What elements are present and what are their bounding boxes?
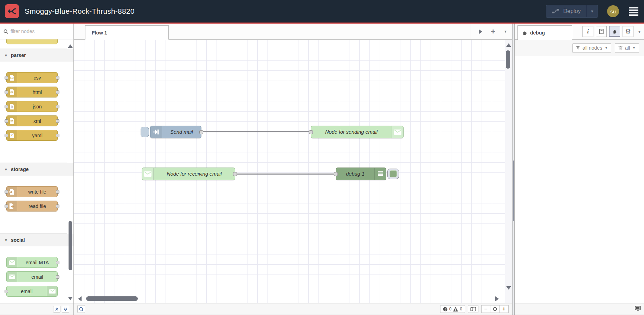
scroll-up-arrow[interactable] bbox=[506, 43, 511, 47]
open-debug-window-button[interactable] bbox=[635, 306, 641, 313]
node-input-port[interactable] bbox=[334, 172, 338, 176]
tab-flow-1[interactable]: Flow 1 bbox=[85, 25, 169, 40]
node-input-port[interactable] bbox=[5, 90, 8, 94]
scrollbar-thumb[interactable] bbox=[506, 50, 510, 69]
tab-scroll-right-icon[interactable] bbox=[479, 29, 482, 34]
wire-email-to-debug[interactable] bbox=[235, 174, 336, 175]
scroll-right-arrow[interactable] bbox=[495, 296, 499, 301]
debug-enable-toggle[interactable] bbox=[387, 169, 399, 179]
node-output-port[interactable] bbox=[56, 275, 59, 279]
flow-list-caret[interactable]: ▼ bbox=[504, 30, 507, 33]
palette-search[interactable] bbox=[0, 24, 73, 39]
add-flow-button[interactable]: + bbox=[491, 28, 495, 36]
flow-canvas[interactable]: Send mail Node for sending email bbox=[74, 40, 512, 303]
node-output-port[interactable] bbox=[56, 261, 59, 264]
scroll-down-arrow[interactable] bbox=[506, 286, 511, 290]
node-output-port[interactable] bbox=[56, 190, 59, 194]
palette-node-read-file[interactable]: read file bbox=[6, 201, 58, 212]
xml-file-icon: <> bbox=[7, 116, 17, 126]
node-output-port[interactable] bbox=[56, 105, 59, 108]
tab-debug[interactable]: debug bbox=[517, 25, 572, 40]
deploy-button[interactable]: Deploy ▼ bbox=[546, 5, 598, 18]
palette-filter-input[interactable] bbox=[11, 29, 70, 34]
debug-tab-button[interactable] bbox=[609, 26, 620, 37]
chevron-down-icon: ▼ bbox=[632, 46, 636, 50]
node-input-port[interactable] bbox=[5, 290, 8, 293]
node-output-port[interactable] bbox=[56, 134, 59, 137]
scrollbar-thumb[interactable] bbox=[69, 221, 72, 270]
debug-message-list[interactable] bbox=[515, 56, 644, 303]
issue-counter-button[interactable]: 0 0 bbox=[440, 305, 465, 313]
zoom-reset-button[interactable] bbox=[490, 305, 500, 313]
sidebar-footer bbox=[515, 303, 644, 315]
palette-node-email-in[interactable]: email bbox=[6, 271, 58, 282]
monitor-icon bbox=[635, 306, 641, 311]
info-tab-button[interactable]: i bbox=[582, 26, 593, 37]
search-icon bbox=[79, 307, 84, 311]
palette-node-clipped[interactable] bbox=[6, 39, 58, 44]
flow-node-debug[interactable]: debug 1 bbox=[336, 168, 399, 180]
node-output-port[interactable] bbox=[56, 76, 59, 80]
zoom-out-button[interactable]: − bbox=[481, 305, 490, 313]
node-output-port[interactable] bbox=[199, 130, 203, 134]
wire-inject-to-email[interactable] bbox=[201, 131, 311, 132]
palette-category-social[interactable]: ▼ social bbox=[0, 234, 73, 246]
expand-all-button[interactable] bbox=[62, 306, 69, 313]
node-input-port[interactable] bbox=[309, 130, 313, 134]
warning-triangle-icon bbox=[453, 307, 458, 311]
horizontal-scrollbar-thumb[interactable] bbox=[86, 296, 138, 301]
palette-node-label: xml bbox=[17, 116, 57, 126]
deploy-options-caret[interactable]: ▼ bbox=[586, 5, 598, 17]
flow-node-inject[interactable]: Send mail bbox=[141, 126, 201, 138]
sidebar-options-caret[interactable]: ▼ bbox=[638, 30, 641, 34]
zoom-in-button[interactable]: + bbox=[500, 305, 509, 313]
canvas-search-button[interactable] bbox=[77, 305, 85, 313]
node-input-port[interactable] bbox=[5, 204, 8, 208]
palette-category-storage[interactable]: ▼ storage bbox=[0, 163, 73, 176]
scroll-down-arrow[interactable] bbox=[68, 297, 73, 300]
resize-handle[interactable] bbox=[513, 160, 514, 221]
config-tab-button[interactable]: ⚙ bbox=[623, 26, 633, 37]
debug-clear-button[interactable]: all ▼ bbox=[615, 43, 639, 53]
node-palette: ▼ parser 1,2 csv bbox=[0, 24, 74, 315]
sidebar-resize-gutter[interactable] bbox=[512, 24, 515, 315]
flow-node-email-out[interactable]: Node for sending email bbox=[311, 126, 404, 138]
node-output-port[interactable] bbox=[56, 204, 59, 208]
sidebar-tab-label: debug bbox=[530, 30, 545, 36]
collapse-all-button[interactable] bbox=[53, 306, 60, 313]
palette-node-html[interactable]: <> html bbox=[6, 87, 58, 97]
node-input-port[interactable] bbox=[5, 105, 8, 108]
flow-node-label: debug 1 bbox=[336, 168, 374, 180]
palette-node-email-mta[interactable]: email MTA bbox=[6, 257, 58, 268]
palette-category-parser[interactable]: ▼ parser bbox=[0, 49, 73, 62]
envelope-icon bbox=[7, 272, 17, 282]
node-output-port[interactable] bbox=[56, 119, 59, 123]
palette-scrollbar[interactable] bbox=[68, 39, 73, 303]
palette-node-json[interactable]: {} json bbox=[6, 101, 58, 112]
palette-node-yaml[interactable]: Y yaml bbox=[6, 130, 58, 141]
main-menu-button[interactable] bbox=[628, 6, 639, 17]
node-output-port[interactable] bbox=[233, 172, 237, 176]
node-input-port[interactable] bbox=[5, 134, 8, 137]
error-circle-icon bbox=[443, 307, 447, 311]
scroll-up-arrow[interactable] bbox=[68, 44, 73, 48]
node-input-port[interactable] bbox=[5, 76, 8, 80]
chevron-down-icon: ▼ bbox=[4, 238, 8, 242]
user-avatar[interactable]: su bbox=[607, 5, 619, 17]
node-input-port[interactable] bbox=[5, 190, 8, 194]
palette-scroll-area[interactable]: ▼ parser 1,2 csv bbox=[0, 39, 73, 303]
palette-node-write-file[interactable]: write file bbox=[6, 186, 58, 197]
navigator-button[interactable] bbox=[468, 305, 478, 313]
flow-node-email-in[interactable]: Node for receiving email bbox=[142, 168, 235, 180]
palette-node-email-out[interactable]: email bbox=[6, 286, 58, 297]
node-input-port[interactable] bbox=[5, 119, 8, 123]
node-output-port[interactable] bbox=[56, 90, 59, 94]
debug-filter-button[interactable]: all nodes ▼ bbox=[572, 43, 611, 53]
palette-node-xml[interactable]: <> xml bbox=[6, 115, 58, 126]
csv-file-icon: 1,2 bbox=[7, 73, 17, 83]
inject-trigger-button[interactable] bbox=[141, 127, 149, 137]
palette-node-csv[interactable]: 1,2 csv bbox=[6, 72, 58, 83]
canvas-vertical-scrollbar[interactable] bbox=[505, 40, 512, 303]
scroll-left-arrow[interactable] bbox=[78, 296, 82, 301]
help-tab-button[interactable] bbox=[596, 26, 607, 37]
